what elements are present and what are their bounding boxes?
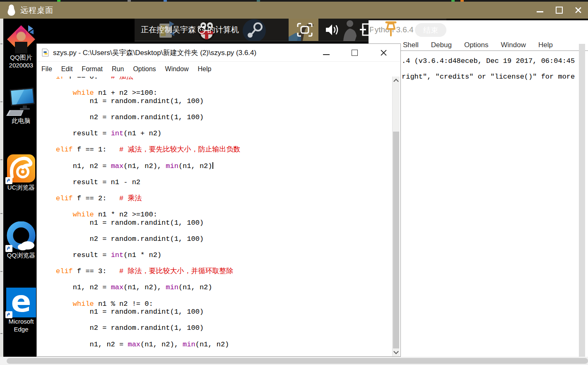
code-line (56, 154, 400, 162)
python-shell-window: ShellDebugOptionsWindowHelp .4 (v3.6.4:d… (369, 20, 588, 357)
controlled-user-avatar-icon (197, 25, 206, 34)
this-pc-icon (6, 87, 36, 117)
ghost-person-silhouette (338, 19, 359, 41)
qq-image-thumbnail-icon (6, 24, 36, 53)
scrollbar-thumb[interactable] (393, 132, 399, 351)
add-window-icon[interactable] (359, 22, 375, 37)
code-line (56, 105, 400, 113)
code-token: max (128, 341, 140, 348)
code-line (56, 332, 400, 341)
editor-menu-format[interactable]: Format (77, 65, 107, 73)
editor-menubar: FileEditFormatRunOptionsWindowHelp (37, 62, 400, 77)
shell-line: .4 (v3.6.4:d48eceb, Dec 19 2017, 06:04:4… (402, 57, 575, 65)
code-line (56, 276, 400, 284)
code-line (56, 227, 400, 235)
shell-menu-debug[interactable]: Debug (431, 41, 452, 50)
code-token: if (56, 77, 64, 81)
code-token: max (111, 162, 124, 170)
editor-menu-run[interactable]: Run (107, 65, 128, 73)
editor-maximize-button[interactable] (350, 48, 359, 57)
desktop-icon-qq-image[interactable]: QQ图片 2020003 (3, 24, 36, 69)
shell-menu-window[interactable]: Window (501, 41, 526, 50)
code-token: while (73, 89, 94, 97)
code-content: if f == 0: # 加法 while n1 + n2 >=100: n1 … (37, 77, 400, 348)
code-line: while n1 * n2 >=100: (56, 211, 400, 219)
viewer-horizontal-scrollbar[interactable] (0, 357, 588, 365)
remote-minimize-button[interactable] (536, 6, 544, 14)
code-line (56, 186, 400, 195)
scroll-down-arrow-icon[interactable] (393, 348, 400, 356)
desktop-icon-uc-browser[interactable]: UC浏览器 (3, 154, 36, 191)
code-line: while n1 + n2 >=100: (56, 89, 400, 97)
fullscreen-icon[interactable] (297, 23, 313, 37)
editor-menu-file[interactable]: File (37, 65, 57, 73)
end-control-button[interactable]: 结束 (415, 23, 446, 37)
idle-editor-window: szys.py - C:\Users\吴宇森\Desktop\新建文件夹 (2)… (36, 43, 401, 357)
code-line (56, 203, 400, 211)
qq-browser-icon (6, 221, 36, 251)
code-line: n2 = random.randint(1, 100) (56, 113, 400, 122)
shell-vertical-scrollbar[interactable] (579, 44, 585, 357)
shortcut-arrow-badge (5, 177, 12, 184)
scroll-up-arrow-icon[interactable] (393, 77, 400, 84)
code-token: # 除法，要比较大小，并循环取整除 (119, 267, 233, 275)
shortcut-arrow-badge (5, 245, 12, 252)
remote-screen-left-edge (0, 19, 3, 357)
qq-penguin-icon (7, 4, 16, 16)
remote-close-button[interactable] (574, 6, 582, 14)
editor-menu-edit[interactable]: Edit (57, 65, 77, 73)
speaker-icon[interactable] (324, 23, 341, 37)
python-file-icon (42, 48, 49, 57)
code-line: result = n1 - n2 (56, 178, 400, 187)
editor-menu-options[interactable]: Options (128, 65, 160, 73)
code-line: n2 = random.randint(1, 100) (56, 324, 400, 332)
icon-label: QQ图片 (3, 53, 36, 61)
code-line (56, 122, 400, 130)
code-token: min (166, 162, 178, 170)
shell-menubar: ShellDebugOptionsWindowHelp (369, 41, 588, 51)
icon-label: QQ浏览器 (3, 251, 36, 259)
code-line (56, 81, 400, 89)
editor-menu-help[interactable]: Help (193, 65, 216, 73)
editor-text-area[interactable]: if f == 0: # 加法 while n1 + n2 >=100: n1 … (37, 77, 400, 356)
desktop-icon-microsoft-edge[interactable]: e Microsoft Edge (3, 288, 36, 333)
code-line (56, 259, 400, 268)
uc-browser-icon (6, 154, 36, 183)
icon-label: UC浏览器 (3, 183, 36, 191)
code-line (56, 170, 400, 178)
code-line: elif f == 2: # 乘法 (56, 195, 400, 203)
shortcut-arrow-badge (5, 311, 12, 318)
editor-vertical-scrollbar[interactable] (392, 77, 400, 356)
editor-close-button[interactable] (379, 48, 388, 57)
remote-desktop-screen: 远程桌面 (0, 0, 588, 365)
code-line (56, 138, 400, 146)
editor-titlebar: szys.py - C:\Users\吴宇森\Desktop\新建文件夹 (2)… (37, 44, 400, 62)
icon-label: 2020003 (3, 61, 36, 69)
shell-menu-shell[interactable]: Shell (403, 41, 419, 50)
pin-icon[interactable] (385, 21, 397, 38)
code-line: elif f == 1: # 减法，要先比较大小，防止输出负数 (56, 146, 400, 154)
shell-menu-help[interactable]: Help (538, 41, 553, 50)
code-line (56, 316, 400, 324)
controlling-status-text: 正在控制吴宇森 的计算机 (141, 24, 239, 35)
code-token: while (73, 211, 94, 219)
remote-titlebar: 远程桌面 (0, 2, 588, 19)
editor-menu-window[interactable]: Window (161, 65, 193, 73)
code-line: while n1 % n2 != 0: (56, 300, 400, 308)
code-line (56, 243, 400, 251)
code-token: # 加法 (111, 77, 133, 81)
remote-window-title: 远程桌面 (20, 5, 53, 16)
code-token: # 乘法 (119, 195, 142, 202)
code-line: result = int(n1 * n2) (56, 251, 400, 259)
code-line: n1, n2 = max(n1, n2), min(n1, n2) (56, 283, 400, 292)
shell-menu-options[interactable]: Options (464, 41, 489, 50)
code-line: n2 = random.randint(1, 100) (56, 235, 400, 243)
horizontal-scrollbar-thumb[interactable] (7, 358, 588, 364)
code-token: min (183, 341, 195, 348)
code-line (56, 292, 400, 300)
desktop-icon-qq-browser[interactable]: QQ浏览器 (3, 221, 36, 259)
remote-maximize-button[interactable] (555, 6, 563, 14)
code-token: int (111, 130, 124, 137)
editor-minimize-button[interactable] (322, 48, 331, 57)
desktop-icon-this-pc[interactable]: 此电脑 (3, 87, 36, 125)
